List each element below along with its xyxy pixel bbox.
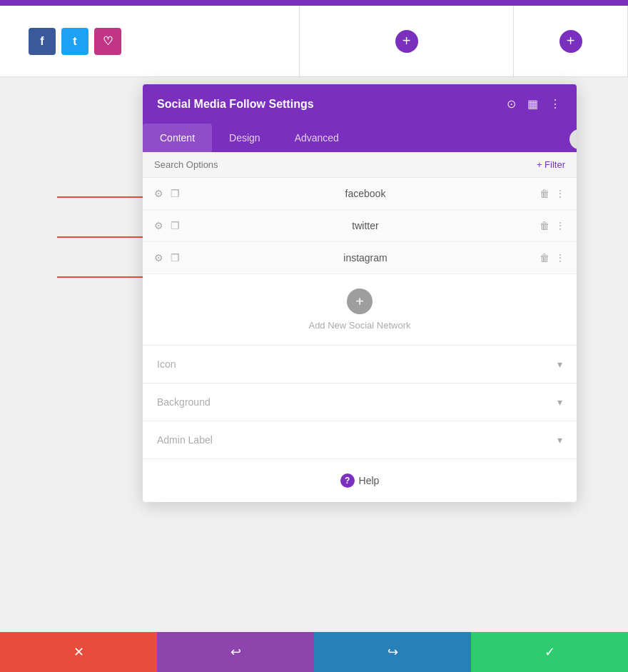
instagram-item-actions: 🗑 ⋮ [540, 252, 565, 264]
top-bar [0, 0, 628, 6]
canvas-area: f t ♡ + + [0, 6, 628, 77]
delete-twitter-button[interactable]: 🗑 [540, 220, 550, 231]
settings-icon-facebook[interactable]: ⚙ [154, 188, 163, 199]
arrow-twitter [57, 233, 150, 241]
undo-icon: ↩ [231, 644, 241, 660]
more-facebook-button[interactable]: ⋮ [555, 188, 565, 199]
fb-social-icon[interactable]: f [29, 28, 56, 55]
tab-design[interactable]: Design [212, 124, 278, 152]
cancel-icon: ✕ [74, 644, 84, 660]
ig-social-icon[interactable]: ♡ [94, 28, 121, 55]
modal-header-icons: ⊙ ▦ ⋮ [505, 96, 562, 112]
settings-icon-twitter[interactable]: ⚙ [154, 220, 163, 231]
network-list: ⚙ ❐ facebook 🗑 ⋮ ⚙ ❐ twitter 🗑 ⋮ ⚙ [143, 178, 577, 274]
duplicate-icon-instagram[interactable]: ❐ [171, 252, 180, 264]
social-icons-preview: f t ♡ [29, 28, 121, 55]
admin-label-chevron-icon: ▾ [557, 434, 562, 446]
action-bar: ✕ ↩ ↪ ✓ [0, 632, 628, 672]
canvas-add-right-button[interactable]: + [559, 30, 582, 53]
icon-section: Icon ▾ [143, 346, 577, 383]
background-section-header[interactable]: Background ▾ [143, 383, 577, 421]
icon-section-title: Icon [157, 358, 176, 370]
help-icon: ? [340, 473, 355, 488]
more-instagram-button[interactable]: ⋮ [555, 252, 565, 264]
network-item-twitter: ⚙ ❐ twitter 🗑 ⋮ [143, 210, 577, 242]
icon-section-header[interactable]: Icon ▾ [143, 346, 577, 383]
arrows-container [57, 193, 150, 281]
facebook-item-actions: 🗑 ⋮ [540, 188, 565, 199]
tab-content[interactable]: Content [143, 124, 212, 152]
modal-header: Social Media Follow Settings ⊙ ▦ ⋮ [143, 84, 577, 124]
admin-label-section-header[interactable]: Admin Label ▾ [143, 421, 577, 458]
settings-modal: Social Media Follow Settings ⊙ ▦ ⋮ Conte… [143, 84, 577, 502]
help-label: Help [359, 475, 380, 486]
canvas-right-section: + [514, 6, 628, 76]
help-section: ? Help [143, 459, 577, 502]
layout-icon-button[interactable]: ▦ [526, 96, 540, 112]
modal-tabs: Content Design Advanced ✕ [143, 124, 577, 152]
redo-button[interactable]: ↪ [314, 632, 471, 672]
admin-label-section: Admin Label ▾ [143, 421, 577, 459]
background-section: Background ▾ [143, 383, 577, 421]
duplicate-icon-twitter[interactable]: ❐ [171, 220, 180, 231]
background-chevron-icon: ▾ [557, 396, 562, 408]
add-network-label: Add New Social Network [308, 320, 410, 331]
search-input[interactable] [154, 159, 537, 170]
settings-icon-instagram[interactable]: ⚙ [154, 252, 163, 264]
target-icon-button[interactable]: ⊙ [505, 96, 517, 112]
more-icon-button[interactable]: ⋮ [548, 96, 562, 112]
save-button[interactable]: ✓ [471, 632, 628, 672]
modal-close-button[interactable]: ✕ [569, 129, 577, 149]
delete-facebook-button[interactable]: 🗑 [540, 188, 550, 199]
twitter-item-actions: 🗑 ⋮ [540, 220, 565, 231]
facebook-item-controls: ⚙ ❐ [154, 188, 180, 199]
network-item-facebook: ⚙ ❐ facebook 🗑 ⋮ [143, 178, 577, 210]
save-icon: ✓ [545, 644, 555, 660]
arrow-instagram [57, 273, 150, 281]
canvas-mid-section: + [300, 6, 514, 76]
more-twitter-button[interactable]: ⋮ [555, 220, 565, 231]
icon-chevron-icon: ▾ [557, 358, 562, 370]
arrow-line-1 [57, 196, 143, 198]
filter-button[interactable]: + Filter [537, 159, 565, 170]
tab-advanced[interactable]: Advanced [278, 124, 356, 152]
arrow-line-3 [57, 276, 143, 278]
duplicate-icon-facebook[interactable]: ❐ [171, 188, 180, 199]
cancel-button[interactable]: ✕ [0, 632, 157, 672]
arrow-facebook [57, 193, 150, 201]
twitter-item-name: twitter [191, 220, 540, 231]
search-row: + Filter [143, 152, 577, 178]
modal-title: Social Media Follow Settings [157, 98, 314, 111]
redo-icon: ↪ [388, 644, 398, 660]
arrow-line-2 [57, 236, 143, 238]
canvas-add-button[interactable]: + [395, 30, 418, 53]
add-network-button[interactable]: + [347, 289, 373, 314]
admin-label-section-title: Admin Label [157, 434, 213, 446]
network-item-instagram: ⚙ ❐ instagram 🗑 ⋮ [143, 242, 577, 274]
delete-instagram-button[interactable]: 🗑 [540, 252, 550, 264]
add-network-section: + Add New Social Network [143, 274, 577, 346]
facebook-item-name: facebook [191, 188, 540, 199]
undo-button[interactable]: ↩ [157, 632, 314, 672]
twitter-item-controls: ⚙ ❐ [154, 220, 180, 231]
canvas-left-section: f t ♡ [0, 6, 300, 76]
instagram-item-controls: ⚙ ❐ [154, 252, 180, 264]
background-section-title: Background [157, 396, 211, 408]
instagram-item-name: instagram [191, 252, 540, 264]
tw-social-icon[interactable]: t [61, 28, 88, 55]
